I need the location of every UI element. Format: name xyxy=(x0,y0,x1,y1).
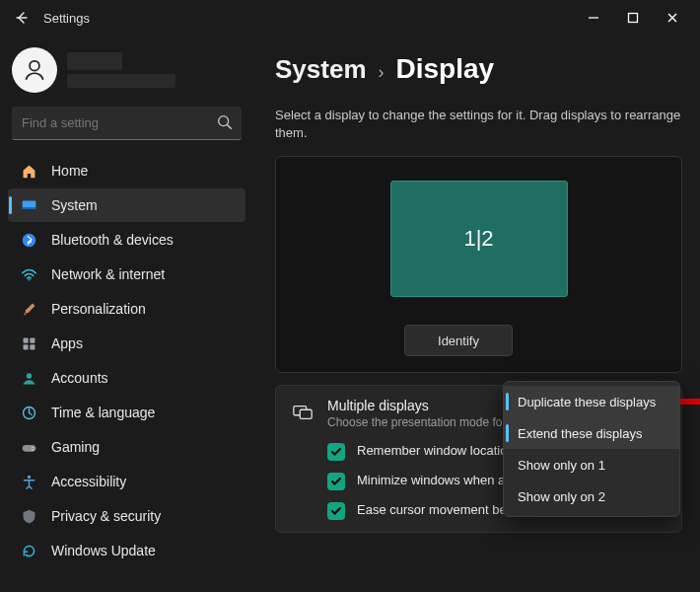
svg-rect-12 xyxy=(30,344,35,349)
chevron-right-icon: › xyxy=(379,62,385,83)
search-icon xyxy=(216,113,234,134)
menu-item-label: Extend these displays xyxy=(518,426,642,441)
update-icon xyxy=(20,542,37,559)
svg-point-3 xyxy=(219,116,229,126)
minimize-icon xyxy=(588,12,599,24)
monitor-label: 1|2 xyxy=(463,226,493,252)
system-icon xyxy=(20,196,37,214)
sidebar-item-label: Privacy & security xyxy=(51,508,161,524)
svg-point-13 xyxy=(26,373,31,378)
sidebar-item-home[interactable]: Home xyxy=(8,154,245,187)
apps-icon xyxy=(20,334,37,352)
svg-rect-20 xyxy=(300,410,312,419)
window-maximize-button[interactable] xyxy=(613,4,653,32)
wifi-icon xyxy=(20,265,37,283)
menu-item-show-only-1[interactable]: Show only on 1 xyxy=(504,449,679,481)
svg-rect-1 xyxy=(629,14,638,23)
svg-point-2 xyxy=(30,61,39,71)
display-arrangement-panel: 1|2 Identify xyxy=(275,156,682,373)
close-icon xyxy=(666,12,678,24)
shield-icon xyxy=(20,507,37,525)
brush-icon xyxy=(20,300,37,318)
sidebar-item-accessibility[interactable]: Accessibility xyxy=(8,465,245,498)
svg-rect-6 xyxy=(22,207,35,209)
sidebar-item-label: Windows Update xyxy=(51,543,156,558)
nav-list: Home System Bluetooth & devices Network … xyxy=(8,154,245,567)
avatar xyxy=(12,47,57,93)
checkbox-checked-icon xyxy=(327,502,345,520)
menu-item-label: Show only on 1 xyxy=(518,458,605,473)
home-icon xyxy=(20,162,37,180)
svg-line-4 xyxy=(228,125,232,129)
display-mode-menu: Duplicate these displays Extend these di… xyxy=(503,381,680,517)
sidebar-item-label: Home xyxy=(51,163,88,179)
arrow-left-icon xyxy=(14,10,30,26)
window-minimize-button[interactable] xyxy=(574,4,613,32)
user-account-row[interactable] xyxy=(8,43,245,107)
sidebar-item-label: Accounts xyxy=(51,370,108,386)
svg-rect-11 xyxy=(23,344,28,349)
sidebar-item-label: Time & language xyxy=(51,405,155,420)
sidebar-item-apps[interactable]: Apps xyxy=(8,327,245,360)
sidebar-item-gaming[interactable]: Gaming xyxy=(8,430,245,464)
svg-rect-15 xyxy=(22,444,35,451)
breadcrumb-leaf: Display xyxy=(396,53,495,85)
accounts-icon xyxy=(20,369,37,387)
sidebar-item-label: Personalization xyxy=(51,301,146,317)
titlebar: Settings xyxy=(0,0,700,36)
sidebar-item-label: Gaming xyxy=(51,439,100,455)
svg-point-18 xyxy=(27,475,30,478)
main-content: System › Display Select a display to cha… xyxy=(251,36,700,592)
sidebar-item-windows-update[interactable]: Windows Update xyxy=(8,534,245,567)
menu-item-label: Show only on 2 xyxy=(518,489,605,504)
svg-point-17 xyxy=(32,449,34,451)
menu-item-show-only-2[interactable]: Show only on 2 xyxy=(504,481,679,512)
user-icon xyxy=(22,57,47,83)
svg-point-7 xyxy=(22,233,35,247)
sidebar-item-system[interactable]: System xyxy=(8,188,245,222)
search-box[interactable] xyxy=(12,107,242,140)
svg-rect-9 xyxy=(23,337,28,342)
checkbox-checked-icon xyxy=(327,473,345,490)
window-title: Settings xyxy=(43,11,90,26)
user-name-placeholder xyxy=(67,52,175,88)
svg-rect-10 xyxy=(30,337,35,342)
sidebar-item-label: Network & internet xyxy=(51,266,165,282)
sidebar-item-label: Accessibility xyxy=(51,474,126,489)
back-button[interactable] xyxy=(8,4,35,32)
accessibility-icon xyxy=(20,473,37,490)
displays-icon xyxy=(292,402,314,423)
page-description: Select a display to change the settings … xyxy=(275,107,682,142)
sidebar: Home System Bluetooth & devices Network … xyxy=(0,36,251,592)
monitor-tile[interactable]: 1|2 xyxy=(390,181,568,297)
search-input[interactable] xyxy=(12,107,242,140)
maximize-icon xyxy=(627,12,639,24)
sidebar-item-personalization[interactable]: Personalization xyxy=(8,292,245,326)
bluetooth-icon xyxy=(20,231,37,249)
sidebar-item-label: System xyxy=(51,197,98,213)
svg-point-16 xyxy=(32,446,34,448)
breadcrumb-root[interactable]: System xyxy=(275,54,367,85)
sidebar-item-label: Bluetooth & devices xyxy=(51,232,174,248)
menu-item-duplicate[interactable]: Duplicate these displays xyxy=(504,386,679,417)
identify-button[interactable]: Identify xyxy=(404,325,513,356)
sidebar-item-privacy[interactable]: Privacy & security xyxy=(8,499,245,533)
sidebar-item-network[interactable]: Network & internet xyxy=(8,258,245,291)
sidebar-item-bluetooth[interactable]: Bluetooth & devices xyxy=(8,223,245,257)
card-subtitle: Choose the presentation mode for y xyxy=(327,415,516,429)
identify-label: Identify xyxy=(438,333,479,348)
sidebar-item-accounts[interactable]: Accounts xyxy=(8,361,245,395)
gamepad-icon xyxy=(20,438,37,456)
menu-item-label: Duplicate these displays xyxy=(518,395,656,409)
menu-item-extend[interactable]: Extend these displays xyxy=(504,417,679,449)
globe-clock-icon xyxy=(20,404,37,421)
sidebar-item-time-language[interactable]: Time & language xyxy=(8,396,245,429)
breadcrumb: System › Display xyxy=(275,53,682,85)
sidebar-item-label: Apps xyxy=(51,335,83,351)
card-title: Multiple displays xyxy=(327,398,516,413)
window-close-button[interactable] xyxy=(653,4,692,32)
svg-point-8 xyxy=(28,278,30,280)
checkbox-checked-icon xyxy=(327,443,345,461)
